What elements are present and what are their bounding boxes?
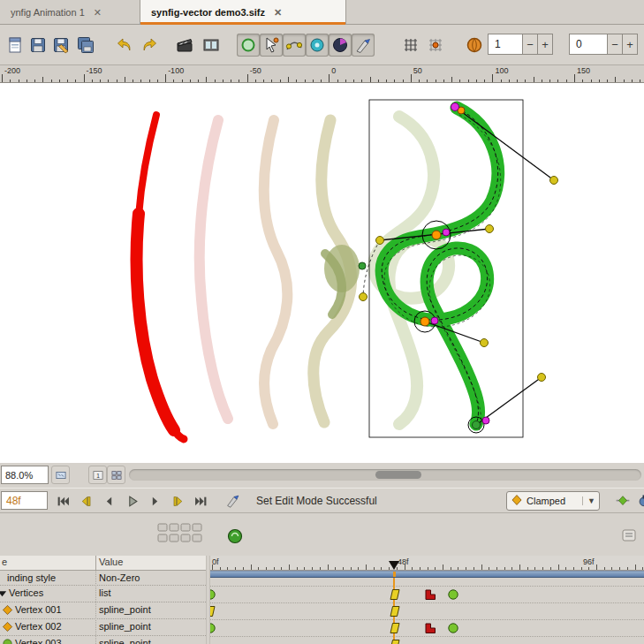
canvas-artwork[interactable] xyxy=(0,83,644,463)
toggle-grid-button-icon[interactable] xyxy=(399,34,422,57)
save-all-button-icon[interactable] xyxy=(74,34,97,57)
next-frame-button[interactable] xyxy=(143,491,166,511)
param-value[interactable]: list xyxy=(99,587,110,598)
ruler-tick xyxy=(313,80,314,82)
toggle-radius-handles-icon[interactable] xyxy=(306,34,329,57)
param-row[interactable]: Vertex 001spline_point xyxy=(0,602,206,619)
constant-waypoint[interactable] xyxy=(424,622,436,634)
seek-end-button[interactable] xyxy=(189,491,212,511)
clamped-waypoint[interactable] xyxy=(389,639,401,644)
param-value[interactable]: spline_point xyxy=(99,638,151,644)
param-value[interactable]: spline_point xyxy=(99,621,151,632)
timetrack-tick-label: 96f xyxy=(583,557,595,566)
param-row[interactable]: inding styleNon-Zero xyxy=(0,571,206,586)
clamped-waypoint[interactable] xyxy=(210,605,216,617)
play-button[interactable] xyxy=(120,491,143,511)
render-button-icon[interactable] xyxy=(173,34,196,57)
svg-text:1: 1 xyxy=(96,472,100,478)
ruler-tick xyxy=(100,80,101,82)
timetrack-tick xyxy=(474,567,474,570)
timetrack-tick xyxy=(588,567,589,570)
ruler-tick xyxy=(67,80,68,82)
zoom-fit-button[interactable] xyxy=(51,466,70,484)
toggle-width-handles-icon[interactable] xyxy=(352,34,375,57)
default-interpolation-dropdown[interactable]: Clamped ▼ xyxy=(506,491,600,511)
save-as-button-icon[interactable] xyxy=(49,34,72,57)
past-onion-skin-spinner[interactable]: 1 − + xyxy=(488,34,553,55)
prev-keyframe-button[interactable] xyxy=(74,491,97,511)
param-row[interactable]: Vertex 002spline_point xyxy=(0,619,206,636)
ruler-tick xyxy=(492,74,493,82)
timetrack-tick xyxy=(451,567,451,570)
tcb-waypoint[interactable] xyxy=(447,588,459,601)
future-onion-value[interactable]: 0 xyxy=(569,34,608,55)
minus-button[interactable]: − xyxy=(523,34,538,55)
keyframe-lock-button[interactable] xyxy=(613,490,633,511)
plus-button[interactable]: + xyxy=(623,34,638,55)
clamped-waypoint[interactable] xyxy=(389,588,401,601)
tab-synfig-vector-demo3[interactable]: synfig-vector demo3.sifz ✕ xyxy=(140,0,346,25)
toggle-tangent-handles-icon[interactable] xyxy=(283,34,306,57)
timetrack-panel-icon[interactable] xyxy=(227,528,243,546)
close-icon[interactable]: ✕ xyxy=(94,7,102,19)
ruler-tick xyxy=(345,80,346,82)
tab-synfig-animation-1[interactable]: ynfig Animation 1 ✕ xyxy=(0,0,133,25)
column-divider[interactable] xyxy=(95,556,96,571)
param-row[interactable]: Verticeslist xyxy=(0,586,206,602)
pen-icon[interactable] xyxy=(223,490,244,511)
ruler-tick xyxy=(263,80,264,82)
onion-skin-button-icon[interactable] xyxy=(463,34,486,57)
expander-icon[interactable] xyxy=(0,587,8,601)
future-onion-skin-spinner[interactable]: 0 − + xyxy=(569,34,638,55)
chevron-down-icon[interactable]: ▼ xyxy=(582,496,595,505)
zoom-reset-button[interactable]: 1 xyxy=(88,466,107,484)
canvas-workarea[interactable] xyxy=(0,83,644,463)
current-frame-field[interactable]: 48f xyxy=(1,491,48,510)
zoom-level-field[interactable]: 88.0% xyxy=(1,466,49,484)
seek-begin-button[interactable] xyxy=(51,491,74,511)
past-onion-value[interactable]: 1 xyxy=(488,34,523,55)
undo-button-icon[interactable] xyxy=(113,34,136,57)
jack-sync-button[interactable] xyxy=(634,490,644,511)
green-shape[interactable] xyxy=(382,108,498,424)
params-table-header: e Value xyxy=(0,556,206,571)
value-column-header[interactable]: Value xyxy=(99,557,123,567)
preview-button-icon[interactable] xyxy=(200,34,223,57)
param-row[interactable]: Vertex 003spline_point xyxy=(0,636,206,644)
timetrack-ruler[interactable]: 0f48f96f xyxy=(210,556,644,571)
dock-grip-icon[interactable] xyxy=(157,523,203,544)
redo-button-icon[interactable] xyxy=(138,34,161,57)
close-icon[interactable]: ✕ xyxy=(274,7,282,19)
param-value[interactable]: Non-Zero xyxy=(99,572,140,583)
new-doc-button-icon[interactable] xyxy=(4,34,27,57)
horizontal-scrollbar-thumb[interactable] xyxy=(375,471,421,479)
timetrack-rows[interactable] xyxy=(210,578,644,644)
constant-waypoint[interactable] xyxy=(424,588,436,601)
next-keyframe-button[interactable] xyxy=(166,491,189,511)
tcb-waypoint[interactable] xyxy=(210,588,216,601)
snap-grid-button-icon[interactable] xyxy=(424,34,447,57)
toggle-vertex-handles-icon[interactable] xyxy=(260,34,283,57)
ruler-tick xyxy=(190,80,191,82)
panel-menu-icon[interactable] xyxy=(621,527,637,545)
clamped-waypoint[interactable] xyxy=(389,605,401,617)
ruler-tick xyxy=(591,80,592,82)
ruler-tick xyxy=(484,80,485,82)
plus-button[interactable]: + xyxy=(538,34,553,55)
save-button-icon[interactable] xyxy=(27,34,49,57)
minus-button[interactable]: − xyxy=(608,34,623,55)
toggle-position-handles-icon[interactable] xyxy=(237,34,260,57)
time-cursor-icon[interactable] xyxy=(389,561,399,570)
tcb-waypoint[interactable] xyxy=(447,622,459,634)
name-column-header[interactable]: e xyxy=(2,557,7,567)
param-value[interactable]: spline_point xyxy=(99,604,151,615)
ruler-tick xyxy=(436,80,436,82)
ruler-tick xyxy=(92,80,93,82)
tcb-waypoint[interactable] xyxy=(210,622,216,634)
ruler-tick xyxy=(215,80,216,82)
toggle-angle-handles-icon[interactable] xyxy=(329,34,352,57)
clamped-waypoint[interactable] xyxy=(389,622,401,634)
time-slider-bar[interactable] xyxy=(210,571,644,578)
workspace-layout-button[interactable] xyxy=(107,466,125,484)
prev-frame-button[interactable] xyxy=(97,491,120,511)
